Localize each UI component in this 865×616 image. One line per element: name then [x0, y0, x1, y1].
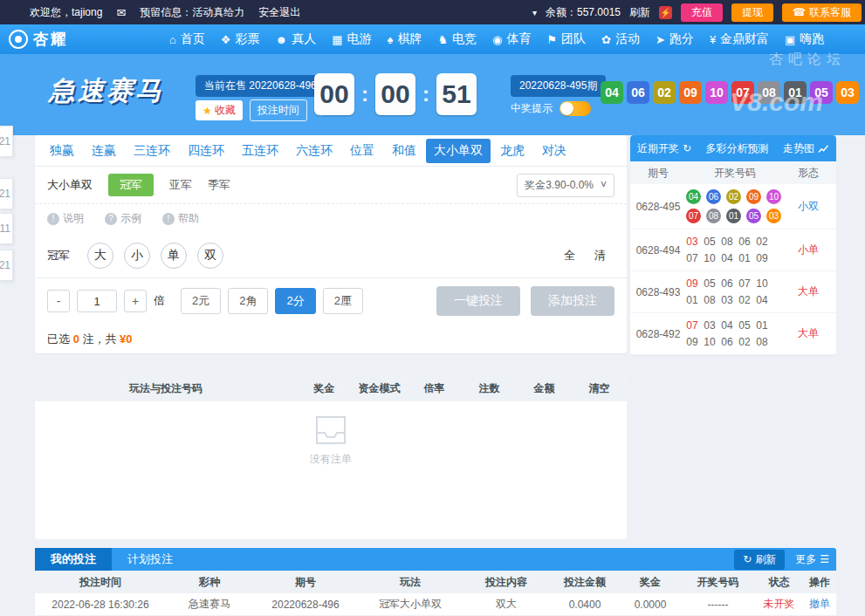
nav-item-team[interactable]: ⚑团队	[546, 31, 586, 47]
result-number: 02	[738, 336, 751, 348]
brand-logo[interactable]: 杏耀	[9, 29, 68, 50]
play-tab-duying[interactable]: 独赢	[42, 139, 82, 163]
clear-button[interactable]: 清	[594, 248, 606, 264]
tabbar-right: ↻刷新 更多☰	[734, 550, 836, 570]
option-yajun[interactable]: 亚军	[169, 177, 192, 193]
tab-analysis-predict[interactable]: 多彩分析预测	[706, 141, 769, 156]
play-tab-liulianhuan[interactable]: 六连环	[288, 139, 340, 163]
tab-recent-results[interactable]: 近期开奖 ↻	[637, 141, 691, 156]
tab-recent-label: 近期开奖	[637, 141, 679, 156]
bet-option-dan[interactable]: 单	[161, 243, 187, 269]
add-bet-button[interactable]: 添加投注	[531, 286, 614, 316]
unit-2li[interactable]: 2厘	[323, 288, 363, 314]
betting-panel: 独赢 连赢 三连环 四连环 五连环 六连环 位置 和值 大小单双 龙虎 对决 大…	[35, 135, 627, 353]
nav-item-wealth[interactable]: ¥金鼎财富	[710, 31, 769, 47]
mail-icon[interactable]: ✉	[116, 6, 126, 19]
logout-link[interactable]: 安全退出	[258, 5, 300, 20]
select-all-button[interactable]: 全	[564, 248, 575, 264]
nav-label: 棋牌	[397, 31, 422, 47]
countdown: 00 : 00 : 51	[314, 73, 477, 115]
nav-item-activity[interactable]: ✿活动	[601, 31, 640, 47]
play-tab-longhu[interactable]: 龙虎	[492, 139, 532, 163]
welcome-text: 欢迎您，tajiong	[30, 5, 102, 20]
play-tab-hezhi[interactable]: 和值	[384, 139, 424, 163]
star-icon: ★	[203, 105, 212, 117]
multiplier-minus-button[interactable]: -	[47, 290, 70, 312]
trend-chart-icon	[818, 144, 829, 154]
favorite-button[interactable]: ★收藏	[196, 100, 243, 120]
nav-item-paofen[interactable]: ➤跑分	[656, 31, 694, 47]
col-bet-amount: 投注金额	[550, 575, 620, 590]
nav-item-esports[interactable]: ♞电竞	[437, 31, 477, 47]
bet-summary: 已选 0 注，共 ¥0	[35, 324, 627, 353]
withdraw-button[interactable]: 提现	[731, 3, 773, 22]
bet-option-shuang[interactable]: 双	[197, 243, 223, 269]
unit-2jiao[interactable]: 2角	[228, 288, 268, 314]
win-tip-toggle[interactable]	[560, 101, 591, 116]
recharge-button[interactable]: 充值	[681, 3, 723, 22]
nav-item-sports[interactable]: ◉体育	[492, 31, 531, 47]
tab-my-bets[interactable]: 我的投注	[35, 548, 112, 571]
number-ball: 09	[746, 189, 761, 204]
refresh-icon[interactable]: ↻	[683, 142, 691, 154]
play-tab-sanlianhuan[interactable]: 三连环	[126, 139, 178, 163]
help-bangzhu[interactable]: !帮助	[162, 211, 199, 226]
play-tab-daxiaodanshuang[interactable]: 大小单双	[426, 139, 491, 163]
col-play-numbers: 玩法与投注号码	[35, 381, 297, 396]
nav-item-egames[interactable]: ▦电游	[332, 31, 371, 47]
bet-option-xiao[interactable]: 小	[124, 243, 150, 269]
result-row: 0628-493 09 05 06 07 10 01 08 03 02 04 大…	[630, 271, 836, 313]
left-strip-item[interactable]: 11	[0, 213, 13, 244]
nav-item-lottery[interactable]: ❖彩票	[221, 31, 260, 47]
bet-time-button[interactable]: 投注时间	[250, 99, 307, 121]
play-tab-weizhi[interactable]: 位置	[342, 139, 382, 163]
nav-label: 体育	[506, 31, 531, 47]
nav-item-home[interactable]: ⌂首页	[169, 31, 205, 47]
option-jijun[interactable]: 季军	[208, 177, 230, 193]
result-number: 04	[721, 252, 733, 264]
left-strip-item[interactable]: 21	[0, 126, 13, 157]
cancel-bet-link[interactable]: 撤单	[803, 597, 836, 612]
bet-result: ------	[681, 599, 755, 611]
play-tab-lianying[interactable]: 连赢	[84, 139, 124, 163]
tab-plan-bets[interactable]: 计划投注	[112, 548, 189, 571]
number-ball: 05	[746, 209, 761, 223]
refresh-balance-link[interactable]: 刷新	[629, 5, 650, 20]
play-tab-wulianhuan[interactable]: 五连环	[234, 139, 286, 163]
result-row: 0628-492 07 03 04 05 01 09 10 06 02 08 大…	[630, 313, 836, 355]
quick-bet-button[interactable]: 一键投注	[436, 286, 520, 316]
refresh-bets-button[interactable]: ↻刷新	[734, 550, 785, 570]
bet-option-da[interactable]: 大	[87, 243, 113, 269]
caret-down-icon[interactable]: ▾	[532, 8, 537, 17]
multiplier-plus-button[interactable]: +	[124, 290, 147, 312]
contact-service-button[interactable]: ☎联系客服	[782, 3, 862, 22]
result-number: 07	[686, 252, 698, 264]
unit-2fen[interactable]: 2分	[275, 288, 315, 314]
help-shuoming[interactable]: !说明	[47, 211, 84, 226]
result-number: 01	[738, 252, 751, 264]
multiplier-input[interactable]	[77, 290, 117, 312]
play-tab-silianhuan[interactable]: 四连环	[180, 139, 232, 163]
countdown-hours: 00	[314, 73, 354, 115]
nav-item-chess[interactable]: ♠棋牌	[388, 31, 422, 47]
period-text: 0628-495	[630, 201, 686, 213]
tab-trend-chart[interactable]: 走势图	[783, 141, 829, 156]
option-guanjun[interactable]: 冠军	[108, 174, 154, 196]
nav-item-haipao[interactable]: ▣嗨跑	[785, 31, 824, 47]
bonus-select[interactable]: 奖金3.90-0.0% ˅	[517, 174, 614, 197]
more-button[interactable]: 更多☰	[795, 552, 829, 567]
play-tab-duijue[interactable]: 对决	[534, 139, 574, 163]
result-ball: 08	[758, 81, 780, 104]
col-bet-time: 投注时间	[35, 575, 166, 590]
reserved-info-text: 预留信息：活动真给力	[140, 5, 244, 20]
nav-item-live[interactable]: ☻真人	[276, 31, 317, 47]
result-number: 01	[686, 294, 698, 306]
left-strip-item[interactable]: 21	[0, 178, 13, 209]
result-ball: 10	[705, 81, 728, 104]
quick-select: 全 清	[564, 248, 614, 264]
bet-time: 2022-06-28 16:30:26	[35, 599, 166, 611]
help-shili[interactable]: ?示例	[105, 211, 141, 226]
unit-2yuan[interactable]: 2元	[181, 288, 221, 314]
left-strip-item[interactable]: 21	[0, 250, 13, 281]
pattern-text: 大单	[784, 284, 833, 299]
